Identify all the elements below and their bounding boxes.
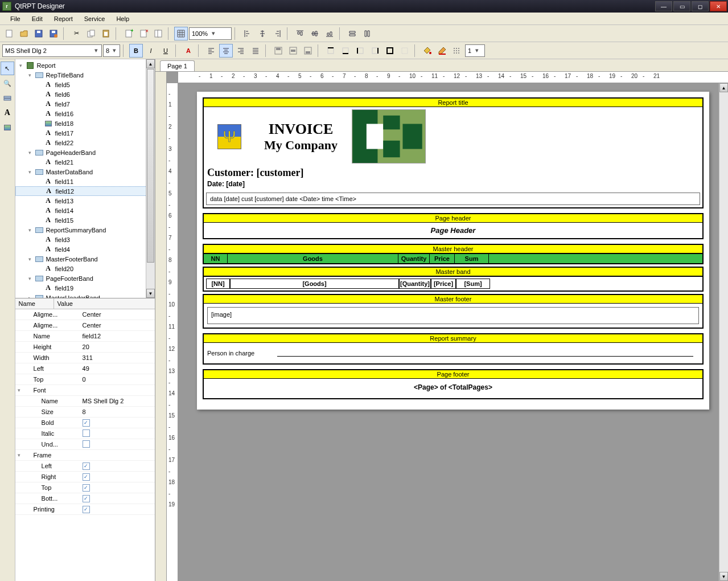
prop-bott[interactable]: Bott...✓ — [15, 493, 155, 504]
tree-item-field19[interactable]: Afield19 — [15, 283, 155, 293]
underline-button[interactable]: U — [159, 44, 172, 58]
frame-bottom-button[interactable] — [339, 44, 352, 58]
prop-height[interactable]: Height20 — [15, 342, 155, 353]
pagesetup-button[interactable] — [151, 27, 165, 40]
align-center-button[interactable] — [256, 27, 269, 40]
report-page[interactable]: Report title Ψ INVOICE My Company — [197, 92, 709, 410]
prop-font[interactable]: ▾Font — [15, 385, 155, 396]
band-master-header[interactable]: Master header NN Goods Quantity Price Su… — [203, 244, 704, 264]
tree-item-field15[interactable]: Afield15 — [15, 215, 155, 225]
align-right-button[interactable] — [270, 27, 284, 40]
band-page-footer[interactable]: Page footer <Page> of <TotalPages> — [203, 369, 704, 399]
valign-top-button[interactable] — [272, 44, 285, 58]
tree-item-field13[interactable]: Afield13 — [15, 196, 155, 206]
font-combo[interactable]: MS Shell Dlg 2▾ — [2, 44, 102, 57]
tree-item-field20[interactable]: Afield20 — [15, 264, 155, 273]
tree-item-masterdataband[interactable]: ▾MasterDataBand — [15, 167, 155, 177]
tree-item-field14[interactable]: Afield14 — [15, 206, 155, 215]
band-tool[interactable] — [1, 91, 14, 105]
footer-image-cell[interactable]: [image] — [207, 307, 699, 324]
page-header-text[interactable]: Page Header — [204, 223, 702, 238]
band-report-summary[interactable]: Report summary Person in charge — [203, 333, 704, 365]
prop-frame[interactable]: ▾Frame — [15, 450, 155, 461]
person-label[interactable]: Person in charge — [207, 350, 254, 357]
tree-item-reportsummaryband[interactable]: ▾ReportSummaryBand — [15, 225, 155, 235]
save-button[interactable] — [32, 27, 46, 40]
tree-item-field7[interactable]: Afield7 — [15, 99, 155, 109]
company-logo[interactable] — [352, 109, 426, 163]
band-master-footer[interactable]: Master footer [image] — [203, 294, 704, 329]
maximize-button[interactable]: ◻ — [692, 1, 709, 11]
fillcolor-button[interactable] — [421, 44, 434, 58]
tree-item-pageheaderband[interactable]: ▾PageHeaderBand — [15, 148, 155, 157]
signature-line[interactable] — [277, 356, 693, 357]
tree-item-field12[interactable]: Afield12 — [15, 186, 155, 196]
new-button[interactable] — [2, 27, 16, 40]
paste-button[interactable] — [99, 27, 113, 40]
prop-top[interactable]: Top✓ — [15, 482, 155, 493]
tree-item-field3[interactable]: Afield3 — [15, 235, 155, 244]
prop-name[interactable]: Namefield12 — [15, 331, 155, 342]
copy-button[interactable] — [84, 27, 98, 40]
band-page-header[interactable]: Page header Page Header — [203, 213, 704, 239]
open-button[interactable] — [17, 27, 31, 40]
tree-item-field18[interactable]: field18 — [15, 118, 155, 128]
bordercolor-button[interactable] — [435, 44, 449, 58]
minimize-button[interactable]: — — [655, 1, 672, 11]
same-height-button[interactable] — [360, 27, 374, 40]
frame-left-button[interactable] — [353, 44, 367, 58]
prop-und[interactable]: Und... — [15, 439, 155, 450]
page-counter[interactable]: <Page> of <TotalPages> — [204, 379, 702, 398]
tree-item-field22[interactable]: Afield22 — [15, 138, 155, 148]
prop-bold[interactable]: Bold✓ — [15, 418, 155, 428]
frame-all-button[interactable] — [383, 44, 397, 58]
italic-button[interactable]: I — [144, 44, 158, 58]
frame-right-button[interactable] — [368, 44, 382, 58]
canvas-scrollbar[interactable]: ▲ ▼ — [719, 83, 728, 581]
tab-page1[interactable]: Page 1 — [160, 60, 195, 71]
prop-left[interactable]: Left49 — [15, 363, 155, 374]
col-goods[interactable]: Goods — [228, 254, 398, 263]
align-left-button[interactable] — [241, 27, 254, 40]
tree-item-field11[interactable]: Afield11 — [15, 177, 155, 186]
cell-qty[interactable]: [Quantity] — [399, 279, 431, 289]
prop-size[interactable]: Size8 — [15, 407, 155, 418]
zoom-combo[interactable]: 100%▾ — [189, 27, 232, 40]
tree-scrollbar[interactable]: ▲ ▼ — [146, 59, 155, 298]
sysinfo-field[interactable]: data [date] cust [customer] date <Date> … — [206, 193, 700, 205]
col-nn[interactable]: NN — [204, 254, 228, 263]
customer-field[interactable]: Customer: [customer] — [204, 166, 702, 180]
menu-help[interactable]: Help — [110, 14, 135, 24]
halign-justify-button[interactable] — [249, 44, 262, 58]
fontsize-combo[interactable]: 8▾ — [103, 44, 120, 57]
tree-item-reptitleband[interactable]: ▾RepTitleBand — [15, 70, 155, 80]
close-button[interactable]: ✕ — [710, 1, 727, 11]
tree-item-field17[interactable]: Afield17 — [15, 128, 155, 138]
prop-right[interactable]: Right✓ — [15, 472, 155, 482]
newpage-button[interactable]: + — [122, 27, 135, 40]
prop-aligme[interactable]: Aligme...Center — [15, 320, 155, 331]
tree-item-field5[interactable]: Afield5 — [15, 80, 155, 89]
dist-bottom-button[interactable] — [323, 27, 336, 40]
borderstyle-button[interactable] — [450, 44, 464, 58]
cell-price[interactable]: [Price] — [431, 279, 456, 289]
band-report-title[interactable]: Report title Ψ INVOICE My Company — [203, 97, 704, 208]
prop-aligme[interactable]: Aligme...Center — [15, 309, 155, 320]
col-price[interactable]: Price — [430, 254, 455, 263]
zoom-tool[interactable]: 🔍 — [1, 76, 14, 90]
dist-middle-button[interactable] — [308, 27, 322, 40]
tree-item-report[interactable]: ▾Report — [15, 60, 155, 70]
delpage-button[interactable]: × — [137, 27, 150, 40]
saveas-button[interactable] — [47, 27, 60, 40]
halign-center-button[interactable] — [219, 44, 233, 58]
menu-report[interactable]: Report — [48, 14, 79, 24]
prop-printing[interactable]: Printing✓ — [15, 504, 155, 515]
cell-sum[interactable]: [Sum] — [456, 279, 490, 289]
band-master-data[interactable]: Master band [NN] [Goods] [Quantity] [Pri… — [203, 267, 704, 292]
prop-top[interactable]: Top0 — [15, 374, 155, 385]
invoice-title[interactable]: INVOICE — [264, 121, 338, 138]
fontcolor-button[interactable]: A — [182, 44, 195, 58]
cell-goods[interactable]: [Goods] — [230, 279, 399, 289]
menu-edit[interactable]: Edit — [26, 14, 48, 24]
tree-item-field6[interactable]: Afield6 — [15, 89, 155, 99]
